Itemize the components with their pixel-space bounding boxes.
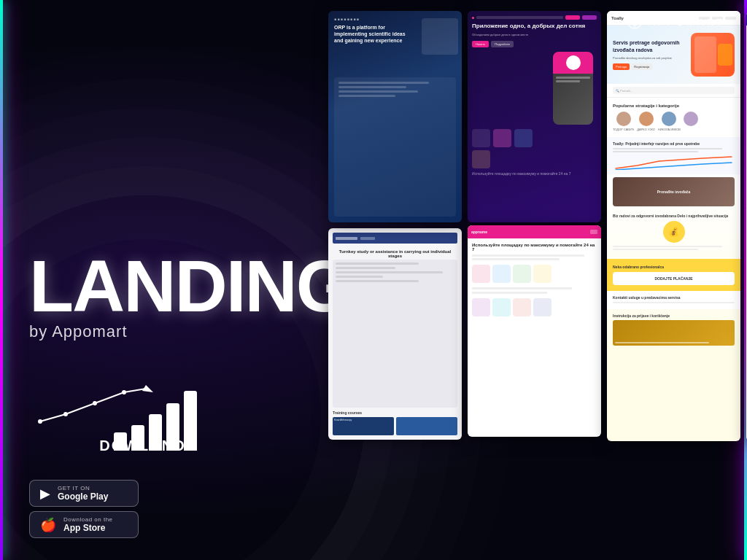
screenshot-app-light: appname Используйте площадку по максимум… [468,225,601,437]
google-play-button[interactable]: ▶ GET IT ON Google Play [29,480,139,507]
toally-categories: Popularne stratagije i kategorije ТОДОР … [607,98,740,137]
app-store-small: Download on the [63,516,113,523]
app-store-button[interactable]: 🍎 Download on the App Store [29,511,139,538]
downloads-label: DOWLANDS [99,438,197,454]
avatar-1: ТОДОР САВИЋ [613,112,634,131]
light-more-icons [472,298,597,316]
screenshot-col-2: Приложение одно, а добрых дел сотня Объе… [468,11,601,549]
google-play-icon: ▶ [40,486,50,502]
screenshot-orp-dark: ■ ■ ■ ■ ■ ■ ■ ■ ORP is a platform for im… [328,11,462,222]
categories-title: Popularne stratagije i kategorije [613,104,735,108]
toally-hero-actions: Pretraga Registracija [613,63,686,70]
screenshot-app-dark: Приложение одно, а добрых дел сотня Объе… [468,11,601,222]
google-play-text: GET IT ON Google Play [58,485,108,502]
avatar-3: НИКОЛА ИВКОВ [658,112,681,131]
toally-contact: Kontakti usluge u predavacima servisa [607,291,740,309]
toally-info: Biz radovi za odgovorni izvodabrana Delo… [607,209,740,256]
chart-area: DOWLANDS [36,363,197,451]
hero-title: LANDING [29,253,299,319]
svg-point-2 [634,21,636,23]
app-store-label: App Store [63,523,113,533]
app-buttons: Начать Подробнее [472,41,597,47]
feature-icons [472,129,545,168]
toally-hero-text: Servis pretrage odgovornih izvođača rado… [613,39,686,70]
toally-instructions: Instrukcija za prijave i korišćenje [607,309,740,350]
logo-area: APPOMART [627,14,725,30]
cta-button-text: DODAJTE PLAĆANJE [617,276,730,281]
toally-image-block: Pronađite izvođača [613,177,735,206]
store-buttons-container: ▶ GET IT ON Google Play 🍎 Download on th… [29,480,299,538]
coin-icon: 💰 [663,221,685,243]
screenshot-orp-white: Turnkey study or assistance in carrying … [328,228,462,440]
avatar-2: ДАРКО УЈКО [637,112,655,131]
app-store-text: Download on the App Store [63,516,113,533]
app-tagline: Используйте площадку по максимуму и помо… [472,171,597,176]
screenshot-col-3: Toally Servis pretrage odgovornih izvođa… [607,11,740,549]
cta-title: Neka odabrano profesionalca [613,265,735,269]
categories-avatars: ТОДОР САВИЋ ДАРКО УЈКО НИКОЛА ИВКОВ [613,112,735,131]
toally-hero-img [691,33,735,77]
mock-subtitle: Turnkey study or assistance in carrying … [333,249,457,258]
instructions-photo [613,320,735,346]
mock-content [334,77,456,217]
hero-subtitle: by Appomart [29,322,299,341]
screenshot-toally: Toally Servis pretrage odgovornih izvođa… [607,11,740,441]
mock-navbar [333,233,457,244]
toally-search: 🔍 Pretraži... [607,84,740,98]
contact-title: Kontakti usluge u predavacima servisa [613,295,735,300]
toally-cta: Neka odabrano profesionalca DODAJTE PLAĆ… [607,259,740,291]
toally-hero-title: Servis pretrage odgovornih izvođača rado… [613,39,686,54]
screenshot-col-1: ■ ■ ■ ■ ■ ■ ■ ■ ORP is a platform for im… [328,11,462,549]
toally-interface: Toally: Prijednji interfejr razvijen od … [607,137,740,174]
interface-title: Toally: Prijednji interfejr razvijen od … [613,141,735,146]
chart-placeholder [613,155,735,170]
main-layout: LANDING by Appomart [0,0,747,560]
left-panel: LANDING by Appomart [0,0,321,560]
training-label: Training courses [333,411,457,415]
svg-point-10 [93,401,97,405]
logo-text: APPOMART [649,17,725,28]
instructions-title: Instrukcija za prijave i korišćenje [613,314,735,318]
mock-content-area [333,260,457,408]
course-cards: Know Arthroscopy [333,417,457,435]
apple-icon: 🍎 [40,517,56,533]
light-feature-icons [472,265,597,283]
google-play-label: Google Play [58,491,108,502]
phone-mockup [472,52,597,168]
info-title: Biz radovi za odgovorni izvodabrana Delo… [613,214,735,218]
google-play-small: GET IT ON [58,485,108,491]
app-light-content: Используйте площадку по максимуму и помо… [468,238,601,321]
appomart-logo-icon [627,14,643,30]
svg-point-9 [63,412,68,416]
cta-button-area: DODAJTE PLAĆANJE [613,272,735,285]
avatar-4 [684,112,698,131]
header: APPOMART [0,0,747,36]
svg-point-8 [38,419,42,424]
right-panel: ■ ■ ■ ■ ■ ■ ■ ■ ORP is a platform for im… [321,0,747,560]
screenshots-container: ■ ■ ■ ■ ■ ■ ■ ■ ORP is a platform for im… [328,11,743,549]
toally-hero-desc: Pronađite idealnog stručnjaka za vaš pro… [613,56,686,61]
app-header-bar: appname [468,225,601,238]
